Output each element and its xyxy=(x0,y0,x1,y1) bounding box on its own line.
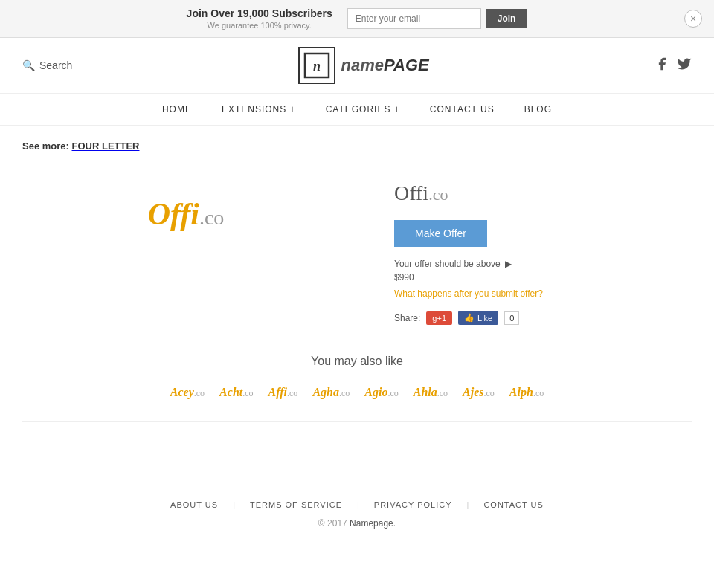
facebook-icon[interactable] xyxy=(654,56,669,74)
also-like-section: You may also like Acey.co Acht.co Affi.c… xyxy=(22,355,692,399)
email-input[interactable] xyxy=(347,8,481,29)
product-logo-area: Offi.co xyxy=(22,167,350,262)
header: 🔍 Search n namePAGE xyxy=(0,38,714,94)
logo-icon: n xyxy=(298,47,335,84)
fb-thumb-icon: 👍 xyxy=(464,313,475,323)
footer-about[interactable]: ABOUT US xyxy=(170,500,218,509)
make-offer-button[interactable]: Make Offer xyxy=(394,220,487,247)
list-item[interactable]: Ahla.co xyxy=(414,386,448,399)
product-info: Offi.co Make Offer Your offer should be … xyxy=(394,167,692,325)
footer-privacy[interactable]: PRIVACY POLICY xyxy=(374,500,452,509)
logo[interactable]: n namePAGE xyxy=(298,47,429,84)
svg-text:n: n xyxy=(313,59,321,74)
nav-blog[interactable]: BLOG xyxy=(524,104,552,114)
list-item[interactable]: Ajes.co xyxy=(463,386,495,399)
offer-faq-link[interactable]: What happens after you submit offer? xyxy=(394,288,692,299)
search-icon: 🔍 xyxy=(22,59,35,71)
list-item[interactable]: Affi.co xyxy=(268,386,298,399)
fb-like-label: Like xyxy=(477,314,492,323)
main-content: See more: FOUR LETTER Offi.co Offi.co Ma… xyxy=(0,126,714,437)
social-links xyxy=(654,56,692,74)
section-divider xyxy=(22,421,692,422)
footer-brand[interactable]: Namepage. xyxy=(350,518,396,529)
product-section: Offi.co Offi.co Make Offer Your offer sh… xyxy=(22,167,692,325)
product-title: Offi.co xyxy=(394,181,692,205)
breadcrumb: See more: FOUR LETTER xyxy=(22,140,692,152)
arrow-right-icon: ▶ xyxy=(505,259,512,269)
twitter-icon[interactable] xyxy=(677,56,692,74)
product-name-logo: Offi xyxy=(148,197,199,231)
list-item[interactable]: Acey.co xyxy=(170,386,205,399)
list-item[interactable]: Alph.co xyxy=(509,386,544,399)
main-nav: HOME EXTENSIONS + CATEGORIES + CONTACT U… xyxy=(0,94,714,126)
footer-copyright: © 2017 Namepage. xyxy=(0,518,714,543)
product-tld-text: .co xyxy=(428,185,448,204)
nav-contact[interactable]: CONTACT US xyxy=(430,104,495,114)
banner-title: Join Over 19,000 Subscribers xyxy=(187,7,332,19)
breadcrumb-link[interactable]: FOUR LETTER xyxy=(72,140,140,152)
product-logo-display: Offi.co xyxy=(148,196,225,232)
fb-count: 0 xyxy=(504,311,519,325)
search-label: Search xyxy=(39,59,72,71)
list-item[interactable]: Agio.co xyxy=(364,386,398,399)
offer-hint: Your offer should be above ▶ xyxy=(394,259,692,269)
banner-text: Join Over 19,000 Subscribers We guarante… xyxy=(187,7,332,30)
top-banner: Join Over 19,000 Subscribers We guarante… xyxy=(0,0,714,38)
breadcrumb-prefix: See more: xyxy=(22,140,69,152)
footer-contact[interactable]: CONTACT US xyxy=(483,500,544,509)
fb-like-button[interactable]: 👍 Like xyxy=(458,311,498,325)
footer-terms[interactable]: TERMS OF SERVICE xyxy=(250,500,342,509)
also-like-title: You may also like xyxy=(22,355,692,368)
offer-price: $990 xyxy=(394,272,692,282)
product-name-text: Offi xyxy=(394,181,428,204)
banner-form: Join xyxy=(347,8,528,29)
nav-extensions[interactable]: EXTENSIONS + xyxy=(222,104,296,114)
close-button[interactable]: × xyxy=(684,10,702,28)
logo-link[interactable]: n namePAGE xyxy=(298,47,429,84)
join-button[interactable]: Join xyxy=(486,9,528,28)
gplus-button[interactable]: g+1 xyxy=(426,311,452,325)
share-row: Share: g+1 👍 Like 0 xyxy=(394,311,692,325)
list-item[interactable]: Agha.co xyxy=(312,386,350,399)
list-item[interactable]: Acht.co xyxy=(219,386,253,399)
also-grid: Acey.co Acht.co Affi.co Agha.co Agio.co … xyxy=(22,386,692,399)
share-label: Share: xyxy=(394,313,420,323)
nav-home[interactable]: HOME xyxy=(162,104,192,114)
search-button[interactable]: 🔍 Search xyxy=(22,59,72,71)
footer-links: ABOUT US | TERMS OF SERVICE | PRIVACY PO… xyxy=(0,482,714,518)
product-tld-logo: .co xyxy=(199,206,224,229)
banner-subtitle: We guarantee 100% privacy. xyxy=(187,21,332,30)
nav-categories[interactable]: CATEGORIES + xyxy=(326,104,400,114)
logo-text: namePAGE xyxy=(341,57,429,74)
